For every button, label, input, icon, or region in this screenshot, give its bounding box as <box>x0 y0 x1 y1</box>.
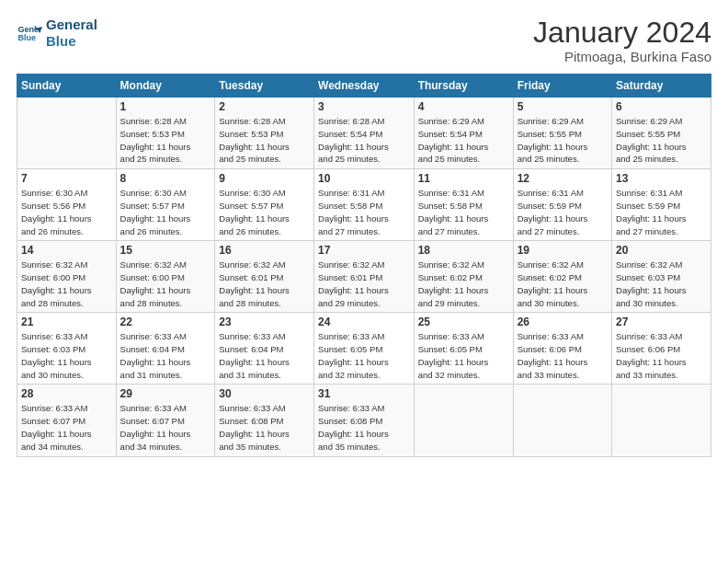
day-number: 9 <box>219 172 310 185</box>
day-info: Sunrise: 6:30 AM Sunset: 5:56 PM Dayligh… <box>21 187 112 237</box>
day-cell: 17Sunrise: 6:32 AM Sunset: 6:01 PM Dayli… <box>314 241 415 313</box>
day-info: Sunrise: 6:33 AM Sunset: 6:05 PM Dayligh… <box>418 330 509 381</box>
day-info: Sunrise: 6:33 AM Sunset: 6:07 PM Dayligh… <box>21 402 112 453</box>
day-number: 24 <box>318 316 410 328</box>
day-number: 3 <box>318 100 410 113</box>
day-info: Sunrise: 6:32 AM Sunset: 6:01 PM Dayligh… <box>219 259 310 309</box>
day-info: Sunrise: 6:31 AM Sunset: 5:59 PM Dayligh… <box>518 187 608 237</box>
day-cell: 6Sunrise: 6:29 AM Sunset: 5:55 PM Daylig… <box>612 98 711 169</box>
day-info: Sunrise: 6:33 AM Sunset: 6:04 PM Dayligh… <box>120 330 211 381</box>
day-number: 21 <box>21 316 112 328</box>
day-number: 7 <box>21 172 112 185</box>
header-cell-monday: Monday <box>116 75 215 98</box>
title-block: January 2024 Pitmoaga, Burkina Faso <box>533 17 711 64</box>
day-cell: 14Sunrise: 6:32 AM Sunset: 6:00 PM Dayli… <box>17 241 117 313</box>
day-info: Sunrise: 6:33 AM Sunset: 6:06 PM Dayligh… <box>518 330 608 381</box>
day-number: 30 <box>219 387 310 400</box>
day-cell <box>612 385 711 456</box>
week-row-2: 7Sunrise: 6:30 AM Sunset: 5:56 PM Daylig… <box>17 169 711 241</box>
calendar-title: January 2024 <box>533 17 711 49</box>
day-cell: 18Sunrise: 6:32 AM Sunset: 6:02 PM Dayli… <box>414 241 513 313</box>
day-cell: 26Sunrise: 6:33 AM Sunset: 6:06 PM Dayli… <box>513 313 611 385</box>
day-cell: 15Sunrise: 6:32 AM Sunset: 6:00 PM Dayli… <box>116 241 215 313</box>
header-cell-saturday: Saturday <box>612 75 711 98</box>
day-number: 13 <box>616 172 707 185</box>
day-cell: 30Sunrise: 6:33 AM Sunset: 6:08 PM Dayli… <box>215 385 314 456</box>
day-number: 20 <box>616 244 707 257</box>
day-cell: 3Sunrise: 6:28 AM Sunset: 5:54 PM Daylig… <box>314 98 415 169</box>
day-cell: 8Sunrise: 6:30 AM Sunset: 5:57 PM Daylig… <box>116 169 215 241</box>
day-info: Sunrise: 6:30 AM Sunset: 5:57 PM Dayligh… <box>219 187 310 237</box>
day-info: Sunrise: 6:33 AM Sunset: 6:03 PM Dayligh… <box>21 330 112 381</box>
day-number: 22 <box>120 316 211 328</box>
calendar-subtitle: Pitmoaga, Burkina Faso <box>533 49 711 64</box>
day-info: Sunrise: 6:32 AM Sunset: 6:01 PM Dayligh… <box>318 259 410 309</box>
day-info: Sunrise: 6:31 AM Sunset: 5:58 PM Dayligh… <box>318 187 410 237</box>
day-info: Sunrise: 6:29 AM Sunset: 5:55 PM Dayligh… <box>518 115 608 166</box>
svg-text:Blue: Blue <box>17 33 36 42</box>
day-cell: 29Sunrise: 6:33 AM Sunset: 6:07 PM Dayli… <box>116 385 215 456</box>
day-number: 11 <box>418 172 509 185</box>
page: General Blue General Blue January 2024 P… <box>0 0 728 563</box>
header-cell-friday: Friday <box>513 75 611 98</box>
logo-text-blue: Blue <box>46 33 97 50</box>
header-cell-tuesday: Tuesday <box>215 75 314 98</box>
day-number: 17 <box>318 244 410 257</box>
day-info: Sunrise: 6:29 AM Sunset: 5:54 PM Dayligh… <box>418 115 509 166</box>
day-info: Sunrise: 6:28 AM Sunset: 5:54 PM Dayligh… <box>318 115 410 166</box>
day-cell: 28Sunrise: 6:33 AM Sunset: 6:07 PM Dayli… <box>17 385 117 456</box>
header-cell-sunday: Sunday <box>17 75 117 98</box>
day-number: 26 <box>518 316 608 328</box>
logo-text-general: General <box>46 17 97 33</box>
day-info: Sunrise: 6:33 AM Sunset: 6:07 PM Dayligh… <box>120 402 211 453</box>
day-number: 27 <box>616 316 707 328</box>
day-info: Sunrise: 6:28 AM Sunset: 5:53 PM Dayligh… <box>219 115 310 166</box>
logo-icon: General Blue <box>17 20 42 46</box>
day-cell: 7Sunrise: 6:30 AM Sunset: 5:56 PM Daylig… <box>17 169 117 241</box>
day-number: 25 <box>418 316 509 328</box>
day-number: 5 <box>518 100 608 113</box>
day-number: 2 <box>219 100 310 113</box>
day-cell <box>513 385 611 456</box>
day-info: Sunrise: 6:32 AM Sunset: 6:00 PM Dayligh… <box>120 259 211 309</box>
day-number: 8 <box>120 172 211 185</box>
day-cell: 9Sunrise: 6:30 AM Sunset: 5:57 PM Daylig… <box>215 169 314 241</box>
day-info: Sunrise: 6:32 AM Sunset: 6:02 PM Dayligh… <box>518 259 608 309</box>
day-number: 12 <box>518 172 608 185</box>
header-cell-thursday: Thursday <box>414 75 513 98</box>
day-info: Sunrise: 6:31 AM Sunset: 5:59 PM Dayligh… <box>616 187 707 237</box>
day-number: 15 <box>120 244 211 257</box>
day-cell: 23Sunrise: 6:33 AM Sunset: 6:04 PM Dayli… <box>215 313 314 385</box>
day-info: Sunrise: 6:32 AM Sunset: 6:02 PM Dayligh… <box>418 259 509 309</box>
day-number: 28 <box>21 387 112 400</box>
day-info: Sunrise: 6:33 AM Sunset: 6:04 PM Dayligh… <box>219 330 310 381</box>
day-number: 18 <box>418 244 509 257</box>
day-cell: 10Sunrise: 6:31 AM Sunset: 5:58 PM Dayli… <box>314 169 415 241</box>
day-cell <box>17 98 117 169</box>
day-info: Sunrise: 6:32 AM Sunset: 6:03 PM Dayligh… <box>616 259 707 309</box>
week-row-1: 1Sunrise: 6:28 AM Sunset: 5:53 PM Daylig… <box>17 98 711 169</box>
day-info: Sunrise: 6:30 AM Sunset: 5:57 PM Dayligh… <box>120 187 211 237</box>
day-number: 10 <box>318 172 410 185</box>
day-cell: 20Sunrise: 6:32 AM Sunset: 6:03 PM Dayli… <box>612 241 711 313</box>
day-info: Sunrise: 6:33 AM Sunset: 6:08 PM Dayligh… <box>318 402 410 453</box>
day-cell: 1Sunrise: 6:28 AM Sunset: 5:53 PM Daylig… <box>116 98 215 169</box>
day-cell: 24Sunrise: 6:33 AM Sunset: 6:05 PM Dayli… <box>314 313 415 385</box>
day-info: Sunrise: 6:31 AM Sunset: 5:58 PM Dayligh… <box>418 187 509 237</box>
day-cell: 11Sunrise: 6:31 AM Sunset: 5:58 PM Dayli… <box>414 169 513 241</box>
day-number: 14 <box>21 244 112 257</box>
day-cell: 19Sunrise: 6:32 AM Sunset: 6:02 PM Dayli… <box>513 241 611 313</box>
day-cell: 12Sunrise: 6:31 AM Sunset: 5:59 PM Dayli… <box>513 169 611 241</box>
day-info: Sunrise: 6:33 AM Sunset: 6:06 PM Dayligh… <box>616 330 707 381</box>
day-cell: 2Sunrise: 6:28 AM Sunset: 5:53 PM Daylig… <box>215 98 314 169</box>
week-row-4: 21Sunrise: 6:33 AM Sunset: 6:03 PM Dayli… <box>17 313 711 385</box>
day-number: 4 <box>418 100 509 113</box>
day-cell: 31Sunrise: 6:33 AM Sunset: 6:08 PM Dayli… <box>314 385 415 456</box>
day-info: Sunrise: 6:33 AM Sunset: 6:08 PM Dayligh… <box>219 402 310 453</box>
day-cell <box>414 385 513 456</box>
week-row-5: 28Sunrise: 6:33 AM Sunset: 6:07 PM Dayli… <box>17 385 711 456</box>
day-info: Sunrise: 6:32 AM Sunset: 6:00 PM Dayligh… <box>21 259 112 309</box>
day-cell: 25Sunrise: 6:33 AM Sunset: 6:05 PM Dayli… <box>414 313 513 385</box>
day-info: Sunrise: 6:29 AM Sunset: 5:55 PM Dayligh… <box>616 115 707 166</box>
day-cell: 27Sunrise: 6:33 AM Sunset: 6:06 PM Dayli… <box>612 313 711 385</box>
